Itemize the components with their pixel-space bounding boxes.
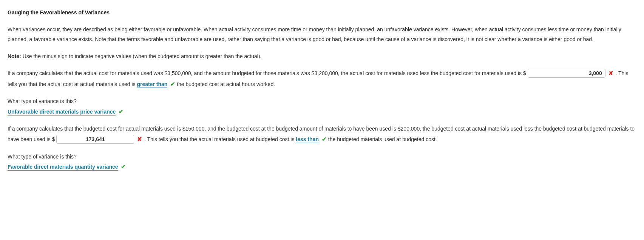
question-1: If a company calculates that the actual … <box>8 68 636 89</box>
q2-comparison-dropdown[interactable]: less than <box>296 136 319 143</box>
check-icon: ✔ <box>119 108 124 115</box>
q1-amount-input[interactable] <box>528 69 605 78</box>
q2-variance-type-dropdown[interactable]: Favorable direct materials quantity vari… <box>8 164 118 171</box>
x-icon: ✘ <box>608 70 613 76</box>
note-text: Use the minus sign to indicate negative … <box>21 53 262 59</box>
q2-amount-input[interactable] <box>56 135 134 144</box>
q2-type-question: What type of variance is this? <box>8 152 636 162</box>
check-icon: ✔ <box>322 136 327 142</box>
question-2: If a company calculates that the budgete… <box>8 124 636 145</box>
q1-type-question: What type of variance is this? <box>8 96 636 106</box>
q1-type-answer-row: Unfavorable direct materials price varia… <box>8 106 636 117</box>
q1-comparison-dropdown[interactable]: greater than <box>137 81 167 88</box>
x-icon: ✘ <box>137 136 142 142</box>
q2-text-after: the budgeted materials used at budgeted … <box>328 136 437 142</box>
q1-text-before-input: If a company calculates that the actual … <box>8 70 526 76</box>
q2-type-answer-row: Favorable direct materials quantity vari… <box>8 162 636 172</box>
check-icon: ✔ <box>121 163 126 170</box>
section-heading: Gauging the Favorableness of Variances <box>8 8 636 18</box>
note-label: Note: <box>8 53 21 59</box>
intro-paragraph: When variances occur, they are described… <box>8 25 636 45</box>
check-icon: ✔ <box>170 81 175 87</box>
q2-text-mid: . This tells you that the actual materia… <box>144 136 296 142</box>
note-paragraph: Note: Use the minus sign to indicate neg… <box>8 51 636 62</box>
q1-variance-type-dropdown[interactable]: Unfavorable direct materials price varia… <box>8 109 116 115</box>
q1-text-after: the budgeted cost at actual hours worked… <box>177 81 275 87</box>
